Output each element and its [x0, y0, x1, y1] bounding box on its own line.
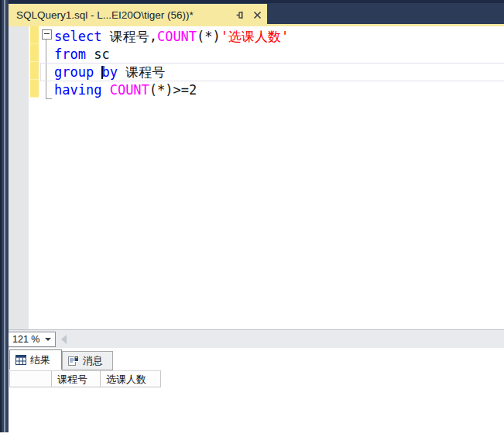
results-grid-icon	[15, 355, 26, 365]
window-left-edge	[0, 0, 9, 432]
document-tab-strip: SQLQuery1.sql - L...EI20O\tiger (56))*	[0, 0, 504, 26]
code-lines: select 课程号,COUNT(*)'选课人数'from scgroup by…	[53, 28, 504, 99]
code-token: having	[54, 82, 110, 98]
results-panel: 结果 消息 课程号选课人数	[0, 348, 504, 437]
code-token: COUNT	[157, 29, 197, 44]
code-token: COUNT	[110, 82, 149, 98]
tab-messages[interactable]: 消息	[62, 351, 113, 370]
editor-scrollbar-row[interactable]: 121 %	[0, 330, 504, 348]
grid-column-header[interactable]: 课程号	[52, 370, 101, 387]
editor-indicator-margin	[9, 26, 29, 329]
zoom-level-combobox[interactable]: 121 %	[8, 332, 56, 347]
code-token: (*)>=2	[149, 82, 197, 98]
ssms-window: SQLQuery1.sql - L...EI20O\tiger (56))* s…	[0, 0, 504, 437]
code-token: '选课人数'	[221, 29, 289, 44]
code-token: by	[101, 64, 125, 80]
outline-collapse-button[interactable]	[42, 29, 52, 40]
messages-icon	[68, 356, 79, 366]
chevron-down-icon	[45, 338, 51, 341]
sql-editor[interactable]: select 课程号,COUNT(*)'选课人数'from scgroup by…	[9, 26, 504, 329]
document-tab-title: SQLQuery1.sql - L...EI20O\tiger (56))*	[8, 9, 233, 21]
code-line[interactable]: group by 课程号	[53, 64, 504, 81]
code-token: select	[54, 29, 110, 44]
close-tab-button[interactable]	[250, 9, 264, 22]
scroll-left-arrow-icon[interactable]	[61, 335, 67, 344]
results-grid-header: 课程号选课人数	[9, 370, 161, 387]
tab-results[interactable]: 结果	[9, 349, 62, 370]
grid-column-header[interactable]: 选课人数	[101, 370, 161, 387]
code-token: 课程号,	[110, 29, 157, 44]
code-token: from	[54, 46, 94, 62]
code-token: (*)	[197, 29, 221, 44]
close-icon	[253, 11, 262, 19]
code-token: 课程号	[125, 64, 165, 80]
code-line[interactable]: having COUNT(*)>=2	[53, 81, 504, 99]
pin-tab-button[interactable]	[233, 9, 247, 22]
code-line[interactable]: from sc	[53, 46, 504, 64]
outline-scope-line-end	[46, 98, 52, 99]
document-tab-sqlquery1[interactable]: SQLQuery1.sql - L...EI20O\tiger (56))*	[8, 4, 267, 26]
code-token: group	[54, 64, 101, 80]
track-changes-bar	[30, 26, 39, 98]
code-token: sc	[94, 46, 109, 62]
pin-icon	[235, 10, 245, 20]
tab-messages-label: 消息	[83, 354, 103, 368]
grid-column-header[interactable]	[9, 370, 52, 387]
zoom-level-value: 121 %	[9, 334, 45, 345]
code-line[interactable]: select 课程号,COUNT(*)'选课人数'	[53, 28, 504, 46]
tab-results-label: 结果	[30, 353, 50, 367]
